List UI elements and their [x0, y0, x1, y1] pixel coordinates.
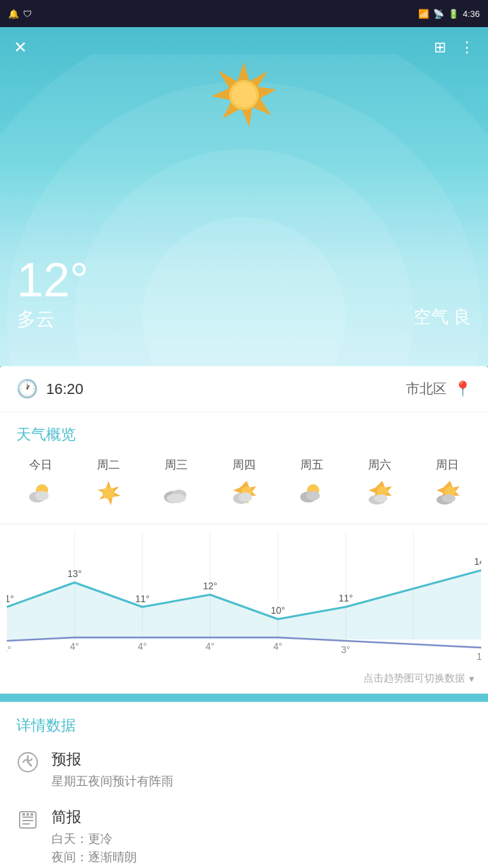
day-icon-sun	[434, 479, 461, 513]
sun-weather-icon	[210, 61, 278, 143]
close-button[interactable]: ✕	[14, 38, 27, 57]
svg-marker-32	[7, 570, 481, 639]
day-label-fri: 周五	[300, 457, 323, 473]
day-icon-fri	[298, 479, 325, 513]
day-icon-tue	[95, 479, 122, 513]
detail-item-forecast: 预报 星期五夜间预计有阵雨	[16, 749, 472, 791]
day-item-thu: 周四	[210, 457, 278, 513]
briefing-content: 简报 白天：更冷 夜间：逐渐晴朗	[52, 807, 137, 867]
svg-point-2	[232, 83, 256, 107]
svg-point-17	[306, 491, 320, 500]
air-quality-display: 空气 良	[413, 305, 471, 329]
location-right: 市北区 📍	[406, 380, 472, 398]
forecast-title: 预报	[52, 749, 174, 770]
briefing-subtitle: 白天：更冷 夜间：逐渐晴朗	[52, 830, 137, 867]
day-item-today: 今日	[7, 457, 75, 513]
grid-icon[interactable]: ⊞	[434, 39, 446, 56]
clock-icon: 🕐	[16, 378, 38, 399]
weather-description: 多云	[17, 307, 89, 332]
day-label-today: 今日	[29, 457, 52, 473]
svg-rect-54	[30, 813, 33, 816]
status-bar-right: 📶 📡 🔋 4:36	[418, 9, 480, 19]
weather-info: 12° 多云	[17, 256, 89, 332]
overview-title: 天气概览	[0, 412, 488, 452]
day-label-sun: 周日	[436, 457, 459, 473]
svg-point-21	[374, 494, 388, 502]
weather-header: ✕ ⊞ ⋮ 12° 多云 空气 良	[0, 27, 488, 366]
time-row: 🕐 16:20 市北区 📍	[0, 366, 488, 412]
day-item-wed: 周三	[142, 457, 210, 513]
day-item-tue: 周二	[75, 457, 142, 513]
details-section: 详情数据 预报 星期五夜间预计有阵雨	[0, 702, 488, 868]
briefing-title: 简报	[52, 807, 137, 827]
svg-text:4°: 4°	[205, 641, 214, 652]
day-label-sat: 周六	[368, 457, 391, 473]
forecast-icon	[16, 751, 41, 778]
wifi-icon: 📶	[418, 9, 429, 19]
svg-text:4°: 4°	[70, 641, 79, 652]
svg-text:11°: 11°	[7, 593, 14, 604]
forecast-content: 预报 星期五夜间预计有阵雨	[52, 749, 174, 791]
svg-point-10	[167, 494, 186, 503]
svg-text:4°: 4°	[138, 641, 146, 652]
briefing-icon	[16, 808, 41, 836]
chevron-down-icon: ▾	[469, 673, 474, 685]
location-pin-icon[interactable]: 📍	[453, 380, 472, 398]
detail-item-briefing: 简报 白天：更冷 夜间：逐渐晴朗	[16, 807, 472, 867]
notification-icon: 🔔	[8, 9, 19, 19]
svg-point-14	[239, 492, 252, 502]
location-name: 市北区	[406, 380, 447, 398]
day-item-sun: 周日	[413, 457, 481, 513]
svg-text:14°: 14°	[474, 556, 481, 567]
chart-note-text: 点击趋势图可切换数据	[363, 672, 465, 685]
svg-text:1°: 1°	[476, 651, 481, 660]
temperature-chart: 11° 13° 11° 12° 10° 11° 14° 3° 4° 4° 4° …	[7, 531, 481, 660]
shield-icon: 🛡	[23, 9, 32, 19]
svg-rect-52	[22, 813, 25, 816]
forecast-subtitle: 星期五夜间预计有阵雨	[52, 772, 174, 791]
svg-text:10°: 10°	[270, 605, 285, 616]
svg-rect-53	[26, 813, 29, 816]
svg-text:3°: 3°	[7, 644, 12, 655]
main-card: 🕐 16:20 市北区 📍 天气概览 今日	[0, 366, 488, 694]
day-label-wed: 周三	[165, 457, 188, 473]
day-item-fri: 周五	[278, 457, 346, 513]
top-bar: ✕ ⊞ ⋮	[0, 27, 488, 68]
svg-text:13°: 13°	[67, 568, 81, 579]
top-bar-right: ⊞ ⋮	[434, 39, 474, 56]
day-icon-sat	[366, 479, 393, 513]
svg-text:12°: 12°	[203, 580, 217, 591]
battery-icon: 🔋	[448, 9, 459, 19]
time-left: 🕐 16:20	[16, 378, 83, 399]
days-row: 今日 周二	[0, 452, 488, 524]
overview-section: 天气概览 今日 周二	[0, 412, 488, 524]
status-time: 4:36	[463, 9, 480, 19]
svg-text:3°: 3°	[341, 644, 350, 655]
temperature-display: 12°	[17, 256, 89, 304]
more-options-icon[interactable]: ⋮	[460, 39, 474, 56]
svg-point-25	[442, 494, 455, 502]
chart-note: 点击趋势图可切换数据 ▾	[0, 667, 488, 693]
status-bar-left: 🔔 🛡	[8, 9, 32, 19]
day-icon-today	[27, 479, 54, 513]
signal-icon: 📡	[433, 9, 444, 19]
svg-text:11°: 11°	[338, 593, 352, 604]
status-bar: 🔔 🛡 📶 📡 🔋 4:36	[0, 0, 488, 27]
day-icon-wed	[163, 479, 190, 513]
day-label-tue: 周二	[97, 457, 120, 473]
day-item-sat: 周六	[346, 457, 413, 513]
svg-point-7	[102, 487, 115, 499]
day-icon-thu	[230, 479, 258, 513]
chart-section[interactable]: 11° 13° 11° 12° 10° 11° 14° 3° 4° 4° 4° …	[0, 524, 488, 694]
day-label-thu: 周四	[232, 457, 256, 473]
details-title: 详情数据	[16, 715, 472, 736]
svg-point-5	[35, 491, 49, 500]
current-time: 16:20	[46, 380, 83, 398]
svg-text:11°: 11°	[135, 593, 149, 604]
svg-text:4°: 4°	[273, 641, 282, 652]
